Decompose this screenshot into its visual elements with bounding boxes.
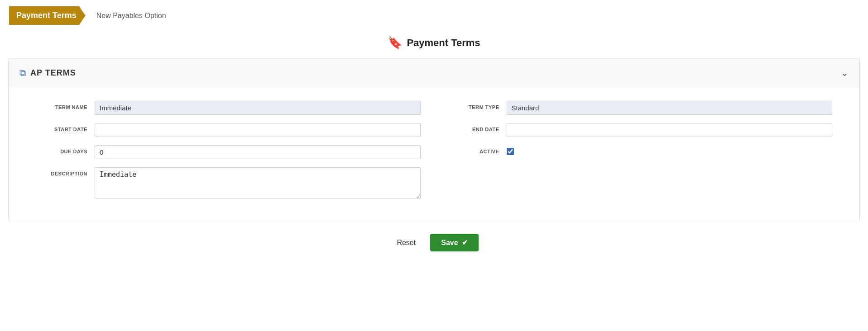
term-type-row: TERM TYPE — [448, 101, 833, 115]
description-textarea[interactable]: Immediate — [95, 167, 421, 199]
end-date-input[interactable] — [507, 123, 833, 137]
save-check-icon: ✔ — [462, 238, 468, 247]
save-label: Save — [441, 239, 458, 247]
section-copy-icon: ⧉ — [19, 68, 26, 78]
start-date-row: START DATE — [36, 123, 421, 137]
section-header[interactable]: ⧉ AP TERMS ⌄ — [9, 58, 859, 87]
page-title: Payment Terms — [407, 37, 480, 49]
term-name-label: TERM NAME — [36, 101, 95, 110]
page-title-area: 🔖 Payment Terms — [0, 36, 868, 50]
end-date-row: END DATE — [448, 123, 833, 137]
form-area: TERM NAME START DATE DUE DAYS DESCRIPTIO… — [9, 87, 859, 221]
term-name-row: TERM NAME — [36, 101, 421, 115]
breadcrumb-bar: Payment Terms New Payables Option — [0, 0, 868, 31]
active-row: ACTIVE — [448, 145, 833, 155]
start-date-input[interactable] — [95, 123, 421, 137]
end-date-label: END DATE — [448, 123, 507, 132]
start-date-label: START DATE — [36, 123, 95, 132]
section-label: AP TERMS — [30, 68, 76, 78]
description-label: DESCRIPTION — [36, 167, 95, 176]
active-checkbox-wrapper — [507, 145, 514, 155]
reset-button[interactable]: Reset — [389, 235, 423, 251]
active-checkbox[interactable] — [507, 148, 514, 155]
form-left-column: TERM NAME START DATE DUE DAYS DESCRIPTIO… — [36, 101, 421, 207]
breadcrumb-root[interactable]: Payment Terms — [9, 6, 86, 25]
term-type-input[interactable] — [507, 101, 833, 115]
breadcrumb-current: New Payables Option — [96, 12, 166, 20]
description-row: DESCRIPTION Immediate — [36, 167, 421, 199]
chevron-down-icon[interactable]: ⌄ — [841, 67, 849, 78]
section-header-left: ⧉ AP TERMS — [19, 68, 76, 78]
due-days-label: DUE DAYS — [36, 145, 95, 154]
form-right-column: TERM TYPE END DATE ACTIVE — [448, 101, 833, 207]
ap-terms-section: ⧉ AP TERMS ⌄ TERM NAME START DATE DUE DA… — [8, 58, 860, 221]
term-type-label: TERM TYPE — [448, 101, 507, 110]
due-days-input[interactable] — [95, 145, 421, 159]
action-bar: Reset Save ✔ — [0, 234, 868, 251]
page-title-icon: 🔖 — [388, 36, 402, 50]
term-name-input[interactable] — [95, 101, 421, 115]
active-label: ACTIVE — [448, 145, 507, 154]
due-days-row: DUE DAYS — [36, 145, 421, 159]
save-button[interactable]: Save ✔ — [430, 234, 478, 251]
